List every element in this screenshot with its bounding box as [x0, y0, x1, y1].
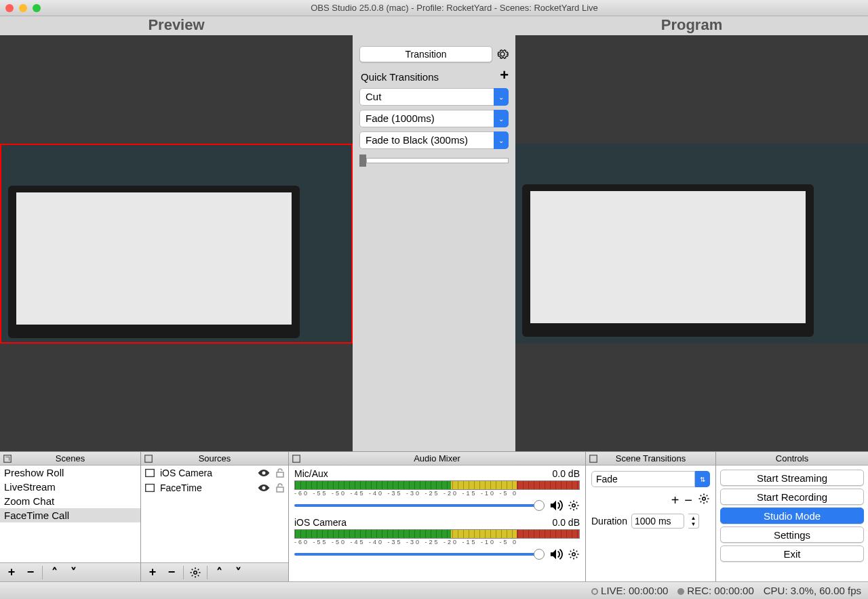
gear-icon[interactable] — [568, 499, 580, 512]
svg-rect-3 — [277, 472, 283, 477]
remove-transition-icon[interactable]: − — [684, 493, 692, 508]
svg-rect-0 — [4, 455, 12, 462]
lock-icon[interactable] — [275, 482, 285, 493]
scenes-list[interactable]: Preshow RollLiveStreamZoom ChatFaceTime … — [0, 466, 140, 562]
move-down-icon[interactable]: ˅ — [64, 565, 82, 580]
mixer-channel: iOS Camera0.0 dB -60 -55 -50 -45 -40 -35… — [294, 517, 580, 560]
main-area: Transition Quick Transitions + Cut⌄ Fade… — [0, 35, 868, 451]
transition-select[interactable]: Fade⇅ — [591, 471, 710, 487]
scene-item[interactable]: FaceTime Call — [0, 508, 140, 522]
preview-viewport[interactable] — [0, 35, 353, 451]
source-type-icon — [144, 467, 156, 479]
live-status: LIVE: 00:00:00 — [601, 585, 668, 596]
quick-transition-ftb[interactable]: Fade to Black (300ms)⌄ — [359, 131, 509, 149]
speaker-icon[interactable] — [549, 548, 564, 560]
channel-db: 0.0 dB — [553, 468, 580, 479]
transition-panel: Transition Quick Transitions + Cut⌄ Fade… — [353, 35, 515, 451]
program-frame — [515, 144, 868, 344]
transition-button[interactable]: Transition — [359, 46, 492, 62]
move-up-icon[interactable]: ˄ — [210, 565, 228, 580]
popout-icon[interactable] — [144, 454, 153, 463]
channel-name: iOS Camera — [294, 517, 347, 528]
rec-status: REC: 00:00:00 — [687, 585, 753, 596]
volume-slider[interactable] — [294, 553, 545, 556]
speaker-icon[interactable] — [549, 499, 564, 512]
scene-item[interactable]: Preshow Roll — [0, 466, 140, 480]
quick-transition-cut[interactable]: Cut⌄ — [359, 88, 509, 106]
source-name: iOS Camera — [160, 468, 253, 478]
remove-source-icon[interactable]: − — [163, 565, 180, 580]
minimize-window-icon[interactable] — [19, 4, 27, 12]
quick-transition-fade[interactable]: Fade (1000ms)⌄ — [359, 110, 509, 127]
svg-rect-10 — [590, 455, 597, 462]
add-scene-icon[interactable]: + — [3, 565, 20, 580]
scene-item[interactable]: Zoom Chat — [0, 494, 140, 508]
volume-slider[interactable] — [294, 504, 545, 507]
transitions-title: Scene Transitions — [616, 453, 686, 463]
channel-name: Mic/Aux — [294, 468, 328, 479]
gear-icon[interactable] — [568, 548, 580, 560]
control-button[interactable]: Studio Mode — [720, 508, 864, 524]
sources-list[interactable]: iOS Camera FaceTime — [141, 466, 288, 562]
control-button[interactable]: Settings — [720, 526, 864, 543]
maximize-window-icon[interactable] — [33, 4, 41, 12]
source-item[interactable]: iOS Camera — [141, 466, 288, 480]
chevron-down-icon[interactable]: ⌄ — [494, 88, 509, 106]
popout-icon[interactable] — [3, 454, 12, 463]
mixer-body: Mic/Aux0.0 dB -60 -55 -50 -45 -40 -35 -3… — [289, 466, 585, 581]
close-window-icon[interactable] — [5, 4, 14, 12]
add-source-icon[interactable]: + — [144, 565, 161, 580]
vu-meter — [294, 529, 580, 539]
eye-icon[interactable] — [257, 468, 271, 478]
chevron-down-icon[interactable]: ⌄ — [494, 131, 509, 149]
vu-meter — [294, 480, 580, 490]
svg-point-11 — [703, 497, 706, 501]
scene-item[interactable]: LiveStream — [0, 480, 140, 494]
control-button[interactable]: Exit — [720, 545, 864, 562]
svg-rect-1 — [145, 455, 153, 462]
move-down-icon[interactable]: ˅ — [229, 565, 247, 580]
control-button[interactable]: Start Streaming — [720, 470, 864, 486]
program-viewport — [515, 35, 868, 451]
add-quick-transition-icon[interactable]: + — [500, 66, 509, 84]
controls-title: Controls — [776, 453, 808, 463]
source-settings-icon[interactable] — [186, 565, 204, 580]
status-bar: LIVE: 00:00:00 REC: 00:00:00 CPU: 3.0%, … — [0, 581, 868, 599]
preview-frame[interactable] — [0, 144, 353, 344]
svg-point-6 — [194, 571, 197, 574]
source-item[interactable]: FaceTime — [141, 480, 288, 495]
chevron-updown-icon[interactable]: ⇅ — [695, 471, 710, 487]
scenes-title: Scenes — [56, 453, 85, 463]
source-type-icon — [144, 482, 156, 494]
remove-scene-icon[interactable]: − — [22, 565, 39, 580]
svg-rect-7 — [293, 455, 300, 462]
tbar-slider[interactable] — [359, 156, 509, 165]
duration-stepper[interactable]: ▲▼ — [688, 514, 699, 529]
rec-indicator-icon — [677, 588, 684, 595]
transition-settings-icon[interactable] — [698, 493, 710, 508]
sources-title: Sources — [199, 453, 231, 463]
program-label: Program — [515, 16, 868, 35]
popout-icon[interactable] — [589, 454, 598, 463]
duration-label: Duration — [591, 516, 627, 526]
svg-rect-4 — [146, 484, 155, 492]
duration-input[interactable] — [631, 514, 684, 529]
panels: Scenes Preshow RollLiveStreamZoom ChatFa… — [0, 451, 868, 581]
add-transition-icon[interactable]: + — [671, 493, 679, 508]
db-scale: -60 -55 -50 -45 -40 -35 -30 -25 -20 -15 … — [294, 490, 580, 497]
lock-icon[interactable] — [275, 468, 285, 478]
preview-label: Preview — [0, 16, 353, 35]
viewport-labels: Preview Program — [0, 16, 868, 35]
popout-icon[interactable] — [292, 454, 301, 463]
svg-point-9 — [572, 553, 576, 556]
gear-icon[interactable] — [496, 48, 509, 60]
move-up-icon[interactable]: ˄ — [45, 565, 63, 580]
chevron-down-icon[interactable]: ⌄ — [494, 110, 509, 127]
svg-point-8 — [572, 504, 576, 508]
controls-list: Start StreamingStart RecordingStudio Mod… — [716, 466, 868, 581]
mixer-channel: Mic/Aux0.0 dB -60 -55 -50 -45 -40 -35 -3… — [294, 468, 580, 512]
control-button[interactable]: Start Recording — [720, 489, 864, 505]
cpu-status: CPU: 3.0%, 60.00 fps — [764, 585, 861, 596]
eye-icon[interactable] — [257, 483, 271, 493]
channel-db: 0.0 dB — [553, 517, 580, 528]
